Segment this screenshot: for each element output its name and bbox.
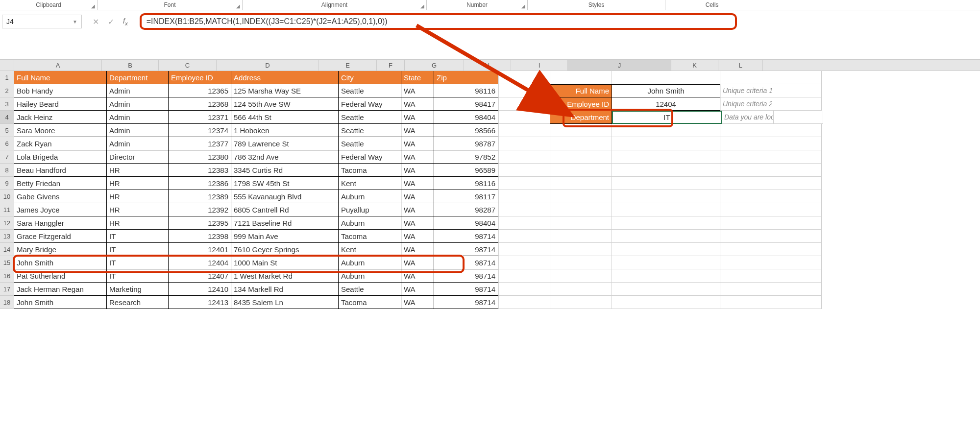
fx-icon[interactable]: fx xyxy=(123,17,131,26)
cell[interactable] xyxy=(498,190,550,203)
cell[interactable]: WA xyxy=(401,283,434,296)
cell[interactable] xyxy=(550,243,612,256)
col-header[interactable]: J xyxy=(568,60,671,71)
cell[interactable]: 7121 Baseline Rd xyxy=(231,216,339,230)
cell[interactable]: HR xyxy=(107,216,169,230)
cell[interactable]: 98117 xyxy=(434,190,498,203)
enter-icon[interactable]: ✓ xyxy=(108,17,114,26)
cell[interactable]: WA xyxy=(401,177,434,190)
cell[interactable]: 12371 xyxy=(169,111,231,124)
dialog-launcher-icon[interactable]: ◢ xyxy=(91,3,95,9)
cell[interactable] xyxy=(550,190,612,203)
cell[interactable] xyxy=(550,216,612,230)
cell[interactable]: James Joyce xyxy=(14,203,107,216)
cell[interactable]: Sara Hanggler xyxy=(14,216,107,230)
cell[interactable] xyxy=(720,177,772,190)
cell[interactable]: 12368 xyxy=(169,97,231,111)
cell[interactable] xyxy=(498,283,550,296)
col-header[interactable]: D xyxy=(217,60,319,71)
cell[interactable] xyxy=(720,71,772,84)
col-header[interactable]: A xyxy=(14,60,102,71)
row-header[interactable]: 18 xyxy=(0,296,14,309)
cell[interactable] xyxy=(498,177,550,190)
cell[interactable] xyxy=(612,296,720,309)
cell[interactable]: 566 44th St xyxy=(231,111,339,124)
cell[interactable]: 124 55th Ave SW xyxy=(231,97,339,111)
spreadsheet-grid[interactable]: A B C D E F G H I J K L 1 Full Name Depa… xyxy=(0,60,980,309)
cell[interactable] xyxy=(550,203,612,216)
cell[interactable] xyxy=(498,230,550,243)
cell[interactable]: 1 Hoboken xyxy=(231,124,339,137)
cell[interactable]: HR xyxy=(107,177,169,190)
cell[interactable]: WA xyxy=(401,137,434,150)
cell[interactable]: Mary Bridge xyxy=(14,243,107,256)
cell[interactable] xyxy=(550,137,612,150)
col-header[interactable]: B xyxy=(102,60,159,71)
cell[interactable]: WA xyxy=(401,256,434,269)
cell[interactable]: Federal Way xyxy=(339,150,401,164)
cell[interactable] xyxy=(772,216,822,230)
cell[interactable]: WA xyxy=(401,111,434,124)
cell[interactable] xyxy=(720,269,772,283)
cell[interactable] xyxy=(772,124,822,137)
cell[interactable]: Seattle xyxy=(339,111,401,124)
cell[interactable] xyxy=(772,269,822,283)
cell[interactable]: Auburn xyxy=(339,256,401,269)
cell[interactable]: Hailey Beard xyxy=(14,97,107,111)
col-header[interactable]: G xyxy=(405,60,464,71)
cell[interactable]: Seattle xyxy=(339,124,401,137)
cell[interactable] xyxy=(772,256,822,269)
cell[interactable]: 98714 xyxy=(434,230,498,243)
select-all-corner[interactable] xyxy=(0,60,14,71)
cell[interactable]: 98116 xyxy=(434,84,498,97)
cell[interactable]: Lola Brigeda xyxy=(14,150,107,164)
row-header[interactable]: 16 xyxy=(0,269,14,283)
cell[interactable] xyxy=(720,243,772,256)
cell[interactable]: Federal Way xyxy=(339,97,401,111)
cell[interactable] xyxy=(498,150,550,164)
cell[interactable] xyxy=(772,164,822,177)
dialog-launcher-icon[interactable]: ◢ xyxy=(420,3,424,9)
cell[interactable]: Betty Friedan xyxy=(14,177,107,190)
cell[interactable]: 12386 xyxy=(169,177,231,190)
cell[interactable] xyxy=(612,269,720,283)
cell[interactable] xyxy=(772,243,822,256)
cell[interactable]: Admin xyxy=(107,124,169,137)
cell[interactable]: WA xyxy=(401,84,434,97)
cell[interactable]: IT xyxy=(107,230,169,243)
cell[interactable]: Full Name xyxy=(14,71,107,84)
cell[interactable]: Director xyxy=(107,150,169,164)
cell[interactable] xyxy=(772,137,822,150)
cell[interactable]: Grace Fitzgerald xyxy=(14,230,107,243)
cell[interactable]: WA xyxy=(401,216,434,230)
cell[interactable] xyxy=(550,269,612,283)
cell[interactable]: Unique criteria 1 xyxy=(720,84,772,97)
cell[interactable] xyxy=(498,203,550,216)
cell[interactable] xyxy=(498,124,550,137)
cell[interactable] xyxy=(720,283,772,296)
row-header[interactable]: 9 xyxy=(0,177,14,190)
cell[interactable] xyxy=(772,84,822,97)
cell[interactable]: 12413 xyxy=(169,296,231,309)
cell[interactable]: 98787 xyxy=(434,137,498,150)
cell[interactable]: WA xyxy=(401,124,434,137)
col-header[interactable]: C xyxy=(159,60,217,71)
cell[interactable] xyxy=(612,150,720,164)
cell[interactable] xyxy=(772,177,822,190)
cell[interactable]: 98714 xyxy=(434,256,498,269)
cell[interactable]: 98714 xyxy=(434,269,498,283)
row-header[interactable]: 8 xyxy=(0,164,14,177)
cell[interactable] xyxy=(720,230,772,243)
cell[interactable] xyxy=(772,203,822,216)
cell[interactable]: Tacoma xyxy=(339,164,401,177)
cell[interactable] xyxy=(550,164,612,177)
row-header[interactable]: 14 xyxy=(0,243,14,256)
cell[interactable]: Seattle xyxy=(339,84,401,97)
cell[interactable] xyxy=(772,97,822,111)
cell[interactable]: 8435 Salem Ln xyxy=(231,296,339,309)
cell[interactable] xyxy=(774,111,823,124)
cell[interactable]: Tacoma xyxy=(339,230,401,243)
col-header[interactable]: K xyxy=(671,60,718,71)
cell[interactable]: 98714 xyxy=(434,243,498,256)
col-header[interactable]: I xyxy=(511,60,568,71)
